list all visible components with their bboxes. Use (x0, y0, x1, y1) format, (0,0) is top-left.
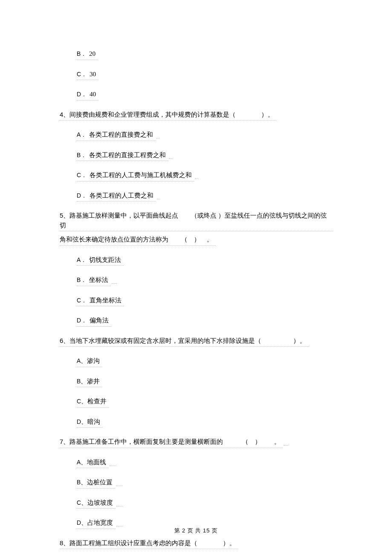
option-text: 、暗沟 (81, 418, 100, 425)
option-text: 、渗井 (81, 378, 100, 385)
question-text: 、路面工程施工组织设计应重点考虑的内容是（ ）。 (63, 540, 236, 546)
option-letter: D (77, 519, 81, 526)
option-letter: B． (77, 50, 86, 57)
option-letter: C (77, 499, 81, 506)
question-8: 8、路面工程施工组织设计应重点考虑的内容是（ ）。 (60, 538, 332, 549)
footer-suffix: 页 (210, 527, 218, 534)
footer-mid: 页 共 (186, 527, 203, 534)
option-text: 、地面线 (81, 459, 106, 466)
question-4: 4、间接费由规费和企业管理费组成，其中规费的计算基数是（ ）。 (60, 110, 332, 121)
footer-prefix: 第 (174, 527, 182, 534)
q5-option-c: C．直角坐标法 (77, 296, 124, 307)
option-letter: D． (77, 317, 87, 324)
option-letter: C． (77, 172, 87, 178)
q5-option-a: A．切线支距法 (77, 255, 124, 266)
option-text: 坐标法 (89, 276, 108, 283)
option-letter: C． (77, 297, 87, 304)
option-text: 、渗沟 (81, 357, 100, 364)
option-letter: A (77, 357, 81, 364)
option-text: 30 (89, 71, 96, 78)
q6-option-c: C、检查井 (77, 397, 109, 408)
q6-option-d: D、暗沟 (77, 417, 103, 428)
option-letter: D． (77, 91, 87, 98)
question-text-line1: 、路基施工放样测量中，以平面曲线起点 （或终点 ）至盐线任一点的弦线与切线之间的… (60, 212, 327, 229)
option-letter: A． (77, 131, 86, 138)
option-letter: C (77, 398, 81, 405)
option-letter: B． (77, 276, 86, 283)
option-letter: D (77, 418, 81, 425)
question-7: 7、路基施工准备工作中，横断面复制主要是测量横断面的 （ ） 。 (60, 437, 332, 448)
option-text: 20 (89, 50, 95, 57)
question-text: 、路基施工准备工作中，横断面复制主要是测量横断面的 （ ） 。 (63, 438, 280, 445)
option-letter: C． (77, 71, 87, 78)
q5-option-d: D．偏角法 (77, 316, 111, 327)
option-text: 40 (89, 91, 96, 98)
question-6: 6、当地下水埋藏较深或有固定含水层时，宜采用的地下水排除设施是（ ）。 (60, 336, 332, 347)
q4-option-b: B．各类工程的直接工程费之和 (77, 150, 168, 161)
option-letter: A． (77, 256, 86, 263)
option-text: 直角坐标法 (89, 297, 121, 304)
option-text: 、占地宽度 (81, 519, 113, 526)
option-letter: A (77, 459, 81, 466)
q7-option-a: A、地面线 (77, 457, 109, 469)
q3-option-b: B．20 (77, 49, 98, 60)
q6-option-a: A、渗沟 (77, 356, 102, 367)
q4-option-d: D．各类工程的人工费之和 (77, 191, 156, 202)
option-text: 、检查井 (81, 398, 107, 405)
q3-option-d: D．40 (77, 89, 98, 101)
option-text: 各类工程的直接工程费之和 (89, 152, 166, 158)
option-letter: B (77, 479, 81, 486)
option-text: 各类工程的人工费与施工机械费之和 (89, 172, 192, 178)
option-text: 切线支距法 (89, 256, 121, 263)
footer-page-current: 2 (182, 527, 185, 534)
question-text-line2: 角和弦长来确定待放点位置的方法称为 （ ） 。 (60, 235, 216, 246)
q5-option-b: B．坐标法 (77, 275, 111, 286)
question-5: 5、路基施工放样测量中，以平面曲线起点 （或终点 ）至盐线任一点的弦线与切线之间… (60, 211, 332, 246)
option-text: 、边坡坡度 (81, 499, 113, 506)
q3-option-c: C．30 (77, 69, 98, 81)
page-footer: 第 2 页 共 15 页 (0, 526, 392, 535)
question-text: 、间接费由规费和企业管理费组成，其中规费的计算基数是（ ）。 (63, 111, 274, 118)
option-text: 各类工程的直接费之和 (89, 131, 153, 138)
option-text: 各类工程的人工费之和 (89, 192, 153, 199)
q4-option-a: A．各类工程的直接费之和 (77, 130, 156, 141)
q7-option-b: B、边桩位置 (77, 477, 115, 489)
q4-option-c: C．各类工程的人工费与施工机械费之和 (77, 170, 194, 181)
option-letter: B． (77, 152, 86, 158)
footer-page-total: 15 (203, 527, 210, 534)
option-text: 偏角法 (89, 317, 109, 324)
question-text: 、当地下水埋藏较深或有固定含水层时，宜采用的地下水排除设施是（ ）。 (63, 337, 306, 344)
option-letter: D． (77, 192, 87, 199)
option-text: 、边桩位置 (81, 479, 112, 486)
option-letter: B (77, 378, 81, 385)
q7-option-c: C、边坡坡度 (77, 498, 115, 509)
q6-option-b: B、渗井 (77, 377, 102, 388)
